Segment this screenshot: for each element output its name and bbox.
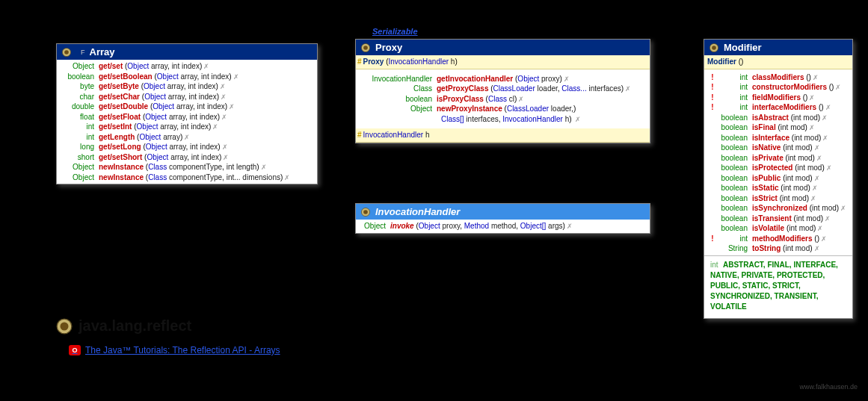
method-args: (int mod) xyxy=(778,193,809,204)
method-row[interactable]: boolean isPublic (int mod) ✗ xyxy=(709,173,848,184)
method-args: (int mod) xyxy=(792,163,824,173)
method-row[interactable]: short get/setShort (Object array, int in… xyxy=(61,152,313,163)
method-row[interactable]: boolean isPrivate (int mod) ✗ xyxy=(709,153,848,164)
return-type: Object xyxy=(61,172,99,183)
method-row[interactable]: boolean isInterface (int mod) ✗ xyxy=(709,133,848,143)
constructor-name-proxy[interactable]: Proxy xyxy=(363,57,384,67)
throws-icon: ✗ xyxy=(807,93,815,102)
method-args: (Object array, int index) xyxy=(123,61,202,72)
return-type: boolean xyxy=(360,94,437,105)
method-args: (int mod) xyxy=(781,143,812,153)
return-type: float xyxy=(61,112,99,122)
throws-icon: ✗ xyxy=(211,122,218,131)
method-row[interactable]: Object invoke (Object proxy, Method meth… xyxy=(360,221,645,231)
method-row[interactable]: float get/setFloat (Object array, int in… xyxy=(61,112,313,122)
class-title-proxy: Proxy xyxy=(375,42,402,53)
method-name: isStrict xyxy=(752,193,778,204)
method-row[interactable]: int getLength (Object array) ✗ xyxy=(61,132,313,143)
class-icon xyxy=(61,47,72,57)
method-row[interactable]: Object newInstance (Class componentType,… xyxy=(61,172,313,183)
svg-point-3 xyxy=(363,46,368,50)
class-title-array: Array xyxy=(90,46,115,57)
constructor-name-modifier[interactable]: Modifier xyxy=(707,57,736,67)
method-row[interactable]: byte get/setByte (Object array, int inde… xyxy=(61,81,313,92)
package-icon xyxy=(56,318,73,335)
method-row[interactable]: InvocationHandler getInvocationHandler (… xyxy=(360,74,645,84)
throws-icon: ✗ xyxy=(220,113,227,122)
method-row[interactable]: Object get/set (Object array, int index)… xyxy=(61,61,313,72)
method-row[interactable]: boolean isVolatile (int mod) ✗ xyxy=(709,223,848,234)
throws-icon: ✗ xyxy=(821,134,828,143)
method-name: isAbstract xyxy=(752,113,789,123)
method-args: () xyxy=(804,72,810,83)
throws-icon: ✗ xyxy=(218,82,226,91)
method-name: isTransient xyxy=(752,214,792,224)
return-type: boolean xyxy=(716,193,752,204)
method-name: isFinal xyxy=(752,122,776,133)
method-row[interactable]: ! int classModifiers () ✗ xyxy=(709,72,848,83)
method-row[interactable]: boolean isAbstract (int mod) ✗ xyxy=(709,113,848,123)
method-row[interactable]: long get/setLong (Object array, int inde… xyxy=(61,142,313,152)
throws-icon: ✗ xyxy=(815,154,822,163)
method-name: isNative xyxy=(752,143,781,153)
method-row[interactable]: char get/setChar (Object array, int inde… xyxy=(61,92,313,102)
method-row[interactable]: boolean isProtected (int mod) ✗ xyxy=(709,163,848,173)
method-list-modifier: ! int classModifiers () ✗ ! int construc… xyxy=(704,69,852,255)
interface-box-invocationhandler: InvocationHandler Object invoke (Object … xyxy=(355,203,650,234)
method-args: (Object array, int index) xyxy=(140,92,219,102)
method-row[interactable]: ! int fieldModifiers () ✗ xyxy=(709,93,848,103)
return-type: boolean xyxy=(716,223,752,234)
method-args: (int mod) xyxy=(781,173,812,184)
method-row[interactable]: ! int interfaceModifiers () ✗ xyxy=(709,102,848,113)
method-name: interfaceModifiers xyxy=(752,102,816,113)
method-row[interactable]: int get/setInt (Object array, int index)… xyxy=(61,122,313,132)
method-row[interactable]: Class getProxyClass (ClassLoader loader,… xyxy=(360,84,645,94)
return-type: boolean xyxy=(716,113,752,123)
method-row[interactable]: Object newProxyInstance (ClassLoader loa… xyxy=(360,104,645,114)
method-row[interactable]: String toString (int mod) ✗ xyxy=(709,243,848,254)
method-args: (Object array, int index) xyxy=(141,112,220,122)
interface-icon xyxy=(360,207,371,217)
package-name: java.lang.reflect xyxy=(79,317,191,335)
method-list-array: Object get/set (Object array, int index)… xyxy=(57,60,317,184)
method-row[interactable]: boolean isSynchronized (int mod) ✗ xyxy=(709,203,848,214)
method-row[interactable]: boolean get/setBoolean (Object array, in… xyxy=(61,72,313,82)
method-name: constructorModifiers xyxy=(752,82,827,93)
method-row[interactable]: Object newInstance (Class componentType,… xyxy=(61,162,313,172)
method-args: (Class componentType, int... dimensions) xyxy=(144,172,283,183)
method-row[interactable]: boolean isStatic (int mod) ✗ xyxy=(709,183,848,193)
throws-icon: ✗ xyxy=(813,174,820,183)
return-type: boolean xyxy=(716,183,752,193)
method-args: (Class componentType, int length) xyxy=(144,162,259,172)
throws-icon: ✗ xyxy=(810,184,818,193)
tutorial-link[interactable]: O The Java™ Tutorials: The Reflection AP… xyxy=(69,345,280,355)
method-row[interactable]: ! int methodModifiers () ✗ xyxy=(709,234,848,244)
credit-text: www.falkhausen.de xyxy=(799,383,858,391)
return-type: boolean xyxy=(716,133,752,143)
method-row[interactable]: boolean isFinal (int mod) ✗ xyxy=(709,122,848,133)
return-type: int xyxy=(716,93,752,103)
method-row[interactable]: double get/setDouble (Object array, int … xyxy=(61,102,313,112)
return-type: boolean xyxy=(61,72,99,82)
method-row[interactable]: ! int constructorModifiers () ✗ xyxy=(709,82,848,93)
method-args: (Object array, int index) xyxy=(141,142,221,152)
return-type: short xyxy=(61,152,99,163)
method-name: getInvocationHandler xyxy=(437,74,513,84)
method-args: (int mod) xyxy=(784,223,816,234)
method-name: newInstance xyxy=(99,162,144,172)
throws-icon: ✗ xyxy=(813,143,820,152)
method-name: fieldModifiers xyxy=(752,93,801,103)
throws-icon: ✗ xyxy=(221,153,229,162)
method-name: get/setInt xyxy=(99,122,132,132)
serializable-interface-label[interactable]: Serializable xyxy=(372,27,418,36)
method-row[interactable]: boolean isNative (int mod) ✗ xyxy=(709,143,848,153)
return-type: String xyxy=(716,243,752,254)
class-title-modifier: Modifier xyxy=(724,42,762,53)
throws-icon: ✗ xyxy=(221,143,228,152)
method-row[interactable]: boolean isStrict (int mod) ✗ xyxy=(709,193,848,204)
return-type: int xyxy=(716,82,752,93)
return-type: int xyxy=(716,102,752,113)
throws-icon: ✗ xyxy=(182,133,190,142)
method-row[interactable]: boolean isProxyClass (Class cl) ✗ xyxy=(360,94,645,105)
method-row[interactable]: boolean isTransient (int mod) ✗ xyxy=(709,214,848,224)
